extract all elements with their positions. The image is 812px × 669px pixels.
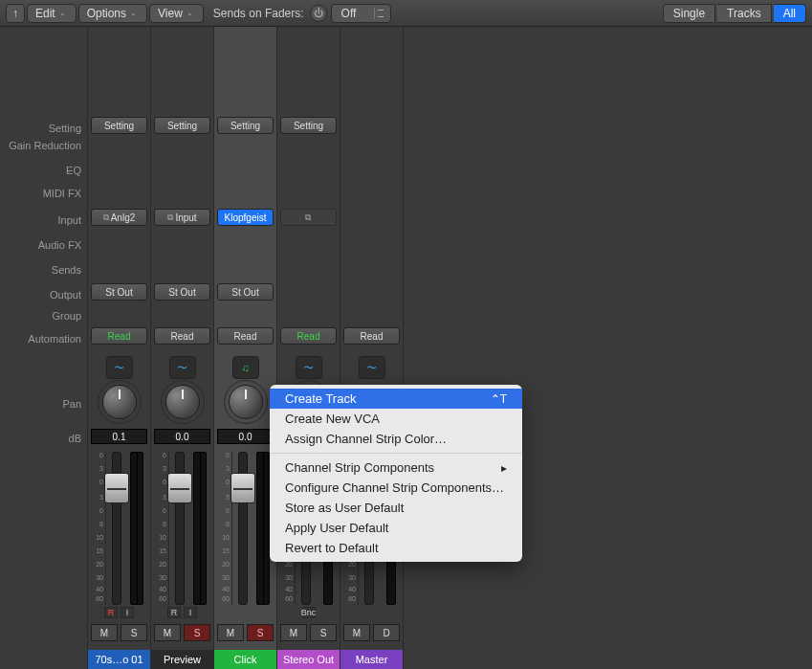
- wave-icon[interactable]: 〜: [106, 356, 133, 379]
- stereo-icon: ⧉: [167, 212, 173, 223]
- channel-name[interactable]: Master: [340, 650, 403, 669]
- ri-r[interactable]: R: [104, 607, 118, 618]
- menu-revert-default[interactable]: Revert to Default: [270, 538, 522, 558]
- setting-button[interactable]: Setting: [280, 117, 337, 134]
- automation-mode[interactable]: Read: [217, 327, 274, 345]
- mute-button[interactable]: M: [280, 624, 307, 641]
- filter-single[interactable]: Single: [663, 4, 715, 23]
- ri-row: RI: [154, 607, 210, 620]
- mute-button[interactable]: M: [154, 624, 181, 641]
- fader-cap[interactable]: [167, 473, 192, 503]
- level-meter: [193, 452, 207, 605]
- channel-name[interactable]: Preview: [151, 650, 213, 669]
- sends-on-faders-label: Sends on Faders:: [213, 7, 304, 20]
- ms-row: MS: [217, 624, 274, 641]
- menu-components-label: Channel Strip Components: [285, 460, 434, 475]
- ri-r[interactable]: R: [167, 607, 181, 618]
- input-slot[interactable]: ⧉Input: [154, 209, 210, 226]
- automation-mode[interactable]: Read: [343, 327, 400, 345]
- edit-menu[interactable]: Edit ⌄: [27, 4, 77, 23]
- pan-knob[interactable]: [165, 385, 200, 419]
- menu-store-default[interactable]: Store as User Default: [270, 498, 522, 518]
- ms-row: MD: [343, 624, 400, 641]
- d-button[interactable]: D: [373, 624, 400, 641]
- mixer: Setting Gain Reduction EQ MIDI FX Input …: [0, 27, 812, 669]
- label-input: Input: [58, 214, 81, 226]
- output-slot[interactable]: St Out: [217, 283, 274, 301]
- solo-button[interactable]: S: [184, 624, 210, 641]
- row-labels: Setting Gain Reduction EQ MIDI FX Input …: [0, 27, 88, 669]
- solo-button[interactable]: S: [310, 624, 337, 641]
- solo-button[interactable]: S: [247, 624, 274, 641]
- channel-name[interactable]: Click: [214, 650, 276, 669]
- mute-button[interactable]: M: [91, 624, 118, 641]
- output-slot[interactable]: St Out: [91, 283, 147, 301]
- input-slot[interactable]: ⧉Anlg2: [91, 209, 147, 226]
- label-midifx: MIDI FX: [43, 188, 81, 199]
- filter-all[interactable]: All: [774, 4, 806, 23]
- menu-apply-default[interactable]: Apply User Default: [270, 518, 522, 538]
- fader-area: 630368101520304060: [154, 452, 210, 605]
- note-icon[interactable]: ♫: [232, 356, 259, 379]
- input-slot[interactable]: Klopfgeist: [217, 209, 274, 226]
- mute-button[interactable]: M: [217, 624, 244, 641]
- automation-mode[interactable]: Read: [91, 327, 147, 345]
- ri-row: RI: [91, 607, 147, 620]
- label-auto: Automation: [28, 333, 81, 345]
- setting-button[interactable]: Setting: [91, 117, 147, 134]
- setting-button[interactable]: Setting: [217, 117, 274, 134]
- channel-strip-70s-o-01[interactable]: Setting ⧉Anlg2 St Out Read 〜 0.1 6303681…: [88, 27, 151, 669]
- channel-strip-click[interactable]: Setting Klopfgeist St Out Read ♫ 0.0 630…: [214, 27, 277, 669]
- ms-row: MS: [154, 624, 210, 641]
- solo-button[interactable]: S: [121, 624, 147, 641]
- input-slot[interactable]: ⧉: [280, 209, 337, 226]
- label-gain-red: Gain Reduction: [9, 140, 81, 151]
- chevron-down-icon: ⌄: [59, 9, 66, 17]
- automation-mode[interactable]: Read: [280, 327, 337, 345]
- filter-tracks[interactable]: Tracks: [717, 4, 772, 23]
- context-menu: Create Track ⌃T Create New VCA Assign Ch…: [270, 385, 522, 562]
- label-setting: Setting: [49, 123, 81, 134]
- menu-configure[interactable]: Configure Channel Strip Components…: [270, 478, 522, 498]
- pan-knob[interactable]: [102, 385, 137, 419]
- view-menu[interactable]: View ⌄: [149, 4, 204, 23]
- ms-row: MS: [91, 624, 147, 641]
- wave-icon[interactable]: 〜: [296, 356, 322, 379]
- ms-row: MS: [280, 624, 337, 641]
- options-menu[interactable]: Options ⌄: [78, 4, 147, 23]
- fader-area: 630368101520304060: [217, 452, 274, 605]
- link-up-button[interactable]: ↑: [6, 4, 25, 23]
- chevron-right-icon: ▸: [501, 461, 507, 475]
- options-label: Options: [87, 7, 126, 20]
- db-readout[interactable]: 0.0: [154, 429, 210, 444]
- menu-create-track-label: Create Track: [285, 391, 356, 406]
- automation-mode[interactable]: Read: [154, 327, 210, 345]
- channel-strip-preview[interactable]: Setting ⧉Input St Out Read 〜 0.0 6303681…: [151, 27, 214, 669]
- label-pan: Pan: [62, 398, 81, 410]
- channel-strip-master[interactable]: Read 〜 630368101520304060 MDMaster: [340, 27, 404, 669]
- ri-i[interactable]: I: [121, 607, 134, 618]
- fader-cap[interactable]: [230, 473, 255, 503]
- wave-icon[interactable]: 〜: [359, 356, 385, 379]
- pan-knob[interactable]: [229, 385, 263, 419]
- setting-button[interactable]: Setting: [154, 117, 210, 134]
- menu-create-vca[interactable]: Create New VCA: [270, 409, 522, 429]
- wave-icon[interactable]: 〜: [169, 356, 196, 379]
- menu-store-default-label: Store as User Default: [285, 501, 404, 515]
- menu-assign-color[interactable]: Assign Channel Strip Color…: [270, 429, 522, 449]
- menu-create-track[interactable]: Create Track ⌃T: [270, 389, 522, 409]
- ri-bnc[interactable]: Bnc: [302, 607, 316, 618]
- menu-components[interactable]: Channel Strip Components ▸: [270, 457, 522, 478]
- db-readout[interactable]: 0.0: [217, 429, 274, 444]
- db-readout[interactable]: 0.1: [91, 429, 147, 444]
- channel-strip-stereo-out[interactable]: Setting ⧉ Read 〜 -3.0 630368101520304060…: [277, 27, 340, 669]
- channel-name[interactable]: Stereo Out: [277, 650, 340, 669]
- mute-button[interactable]: M: [343, 624, 370, 641]
- sends-select[interactable]: Off: [331, 4, 392, 23]
- output-slot[interactable]: St Out: [154, 283, 210, 301]
- ri-row: Bnc: [280, 607, 337, 620]
- ri-i[interactable]: I: [184, 607, 197, 618]
- channel-name[interactable]: 70s…o 01: [88, 650, 150, 669]
- sends-power-button[interactable]: ⏻: [310, 5, 327, 22]
- fader-cap[interactable]: [104, 473, 129, 503]
